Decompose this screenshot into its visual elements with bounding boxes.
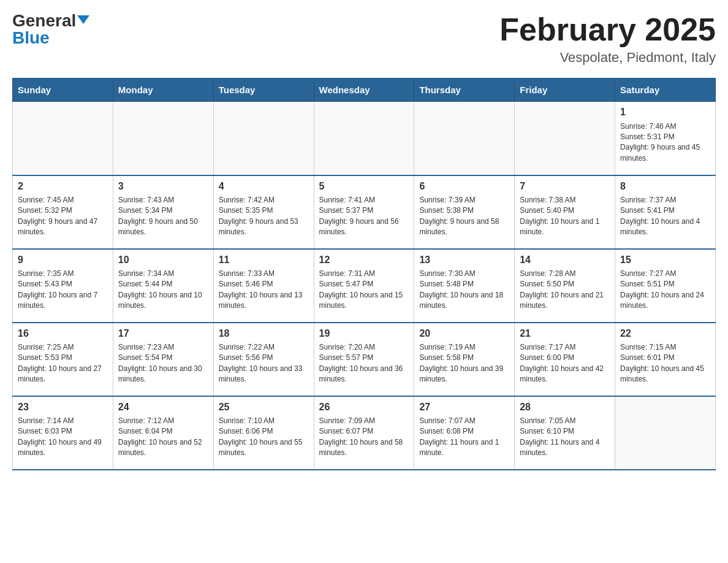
calendar-cell <box>213 102 314 175</box>
calendar-subtitle: Vespolate, Piedmont, Italy <box>499 50 716 66</box>
calendar-cell <box>515 102 615 175</box>
logo-blue-text: Blue <box>12 28 50 47</box>
calendar-cell <box>414 102 515 175</box>
day-number: 28 <box>520 400 610 414</box>
day-info: Sunrise: 7:31 AMSunset: 5:47 PMDaylight:… <box>319 269 409 312</box>
calendar-cell: 4Sunrise: 7:42 AMSunset: 5:35 PMDaylight… <box>213 175 314 249</box>
page-header: General Blue February 2025 Vespolate, Pi… <box>12 12 716 66</box>
day-number: 22 <box>620 327 710 340</box>
calendar-cell: 7Sunrise: 7:38 AMSunset: 5:40 PMDaylight… <box>515 175 615 249</box>
calendar-cell: 20Sunrise: 7:19 AMSunset: 5:58 PMDayligh… <box>414 323 515 396</box>
logo-black-text: General <box>12 11 76 30</box>
day-info: Sunrise: 7:42 AMSunset: 5:35 PMDaylight:… <box>219 195 309 238</box>
calendar-cell: 2Sunrise: 7:45 AMSunset: 5:32 PMDaylight… <box>13 175 113 249</box>
day-number: 12 <box>319 253 409 267</box>
calendar-cell <box>13 102 113 175</box>
calendar-cell: 9Sunrise: 7:35 AMSunset: 5:43 PMDaylight… <box>13 249 113 323</box>
calendar-title: February 2025 <box>499 12 716 47</box>
day-info: Sunrise: 7:09 AMSunset: 6:07 PMDaylight:… <box>319 416 409 459</box>
day-info: Sunrise: 7:41 AMSunset: 5:37 PMDaylight:… <box>319 195 409 238</box>
day-number: 10 <box>118 253 208 267</box>
day-number: 3 <box>118 180 208 193</box>
day-number: 16 <box>18 327 108 340</box>
header-cell-friday: Friday <box>515 79 615 102</box>
calendar-week-4: 16Sunrise: 7:25 AMSunset: 5:53 PMDayligh… <box>13 323 716 396</box>
calendar-cell: 18Sunrise: 7:22 AMSunset: 5:56 PMDayligh… <box>213 323 314 396</box>
day-number: 18 <box>219 327 309 340</box>
logo-triangle-icon <box>77 15 89 24</box>
day-info: Sunrise: 7:30 AMSunset: 5:48 PMDaylight:… <box>419 269 509 312</box>
day-number: 26 <box>319 400 409 414</box>
day-number: 19 <box>319 327 409 340</box>
calendar-cell <box>314 102 414 175</box>
day-info: Sunrise: 7:15 AMSunset: 6:01 PMDaylight:… <box>620 342 710 385</box>
calendar-cell: 25Sunrise: 7:10 AMSunset: 6:06 PMDayligh… <box>213 396 314 470</box>
day-number: 2 <box>18 180 108 193</box>
calendar-cell: 3Sunrise: 7:43 AMSunset: 5:34 PMDaylight… <box>113 175 213 249</box>
day-info: Sunrise: 7:17 AMSunset: 6:00 PMDaylight:… <box>520 342 610 385</box>
day-number: 25 <box>219 400 309 414</box>
calendar-cell: 1Sunrise: 7:46 AMSunset: 5:31 PMDaylight… <box>615 102 716 175</box>
calendar-week-3: 9Sunrise: 7:35 AMSunset: 5:43 PMDaylight… <box>13 249 716 323</box>
day-info: Sunrise: 7:23 AMSunset: 5:54 PMDaylight:… <box>118 342 208 385</box>
calendar-cell: 8Sunrise: 7:37 AMSunset: 5:41 PMDaylight… <box>615 175 716 249</box>
calendar-cell: 11Sunrise: 7:33 AMSunset: 5:46 PMDayligh… <box>213 249 314 323</box>
header-cell-thursday: Thursday <box>414 79 515 102</box>
day-number: 9 <box>18 253 108 267</box>
day-info: Sunrise: 7:46 AMSunset: 5:31 PMDaylight:… <box>620 121 710 164</box>
day-number: 6 <box>419 180 509 193</box>
day-number: 24 <box>118 400 208 414</box>
day-number: 4 <box>219 180 309 193</box>
calendar-cell: 17Sunrise: 7:23 AMSunset: 5:54 PMDayligh… <box>113 323 213 396</box>
day-number: 21 <box>520 327 610 340</box>
day-number: 7 <box>520 180 610 193</box>
calendar-cell: 6Sunrise: 7:39 AMSunset: 5:38 PMDaylight… <box>414 175 515 249</box>
calendar-body: 1Sunrise: 7:46 AMSunset: 5:31 PMDaylight… <box>13 102 716 470</box>
logo: General Blue <box>12 12 89 47</box>
logo-text: General Blue <box>12 12 89 47</box>
day-info: Sunrise: 7:10 AMSunset: 6:06 PMDaylight:… <box>219 416 309 459</box>
calendar-week-5: 23Sunrise: 7:14 AMSunset: 6:03 PMDayligh… <box>13 396 716 470</box>
day-info: Sunrise: 7:27 AMSunset: 5:51 PMDaylight:… <box>620 269 710 312</box>
calendar-table: SundayMondayTuesdayWednesdayThursdayFrid… <box>12 78 716 470</box>
day-info: Sunrise: 7:25 AMSunset: 5:53 PMDaylight:… <box>18 342 108 385</box>
header-cell-monday: Monday <box>113 79 213 102</box>
day-info: Sunrise: 7:05 AMSunset: 6:10 PMDaylight:… <box>520 416 610 459</box>
calendar-week-1: 1Sunrise: 7:46 AMSunset: 5:31 PMDaylight… <box>13 102 716 175</box>
calendar-cell: 13Sunrise: 7:30 AMSunset: 5:48 PMDayligh… <box>414 249 515 323</box>
calendar-cell: 15Sunrise: 7:27 AMSunset: 5:51 PMDayligh… <box>615 249 716 323</box>
day-info: Sunrise: 7:07 AMSunset: 6:08 PMDaylight:… <box>419 416 509 459</box>
day-number: 11 <box>219 253 309 267</box>
day-number: 17 <box>118 327 208 340</box>
header-cell-tuesday: Tuesday <box>213 79 314 102</box>
day-number: 15 <box>620 253 710 267</box>
calendar-cell: 21Sunrise: 7:17 AMSunset: 6:00 PMDayligh… <box>515 323 615 396</box>
title-area: February 2025 Vespolate, Piedmont, Italy <box>499 12 716 66</box>
day-info: Sunrise: 7:19 AMSunset: 5:58 PMDaylight:… <box>419 342 509 385</box>
calendar-cell: 16Sunrise: 7:25 AMSunset: 5:53 PMDayligh… <box>13 323 113 396</box>
day-info: Sunrise: 7:43 AMSunset: 5:34 PMDaylight:… <box>118 195 208 238</box>
day-info: Sunrise: 7:22 AMSunset: 5:56 PMDaylight:… <box>219 342 309 385</box>
header-row: SundayMondayTuesdayWednesdayThursdayFrid… <box>13 79 716 102</box>
day-number: 27 <box>419 400 509 414</box>
calendar-cell: 27Sunrise: 7:07 AMSunset: 6:08 PMDayligh… <box>414 396 515 470</box>
calendar-week-2: 2Sunrise: 7:45 AMSunset: 5:32 PMDaylight… <box>13 175 716 249</box>
day-info: Sunrise: 7:37 AMSunset: 5:41 PMDaylight:… <box>620 195 710 238</box>
calendar-cell: 28Sunrise: 7:05 AMSunset: 6:10 PMDayligh… <box>515 396 615 470</box>
day-info: Sunrise: 7:34 AMSunset: 5:44 PMDaylight:… <box>118 269 208 312</box>
header-cell-saturday: Saturday <box>615 79 716 102</box>
day-info: Sunrise: 7:33 AMSunset: 5:46 PMDaylight:… <box>219 269 309 312</box>
header-cell-wednesday: Wednesday <box>314 79 414 102</box>
day-info: Sunrise: 7:39 AMSunset: 5:38 PMDaylight:… <box>419 195 509 238</box>
calendar-cell: 26Sunrise: 7:09 AMSunset: 6:07 PMDayligh… <box>314 396 414 470</box>
day-number: 13 <box>419 253 509 267</box>
day-info: Sunrise: 7:28 AMSunset: 5:50 PMDaylight:… <box>520 269 610 312</box>
day-info: Sunrise: 7:14 AMSunset: 6:03 PMDaylight:… <box>18 416 108 459</box>
calendar-cell: 10Sunrise: 7:34 AMSunset: 5:44 PMDayligh… <box>113 249 213 323</box>
day-number: 23 <box>18 400 108 414</box>
header-cell-sunday: Sunday <box>13 79 113 102</box>
day-info: Sunrise: 7:35 AMSunset: 5:43 PMDaylight:… <box>18 269 108 312</box>
day-number: 1 <box>620 105 710 119</box>
calendar-cell: 24Sunrise: 7:12 AMSunset: 6:04 PMDayligh… <box>113 396 213 470</box>
day-number: 5 <box>319 180 409 193</box>
